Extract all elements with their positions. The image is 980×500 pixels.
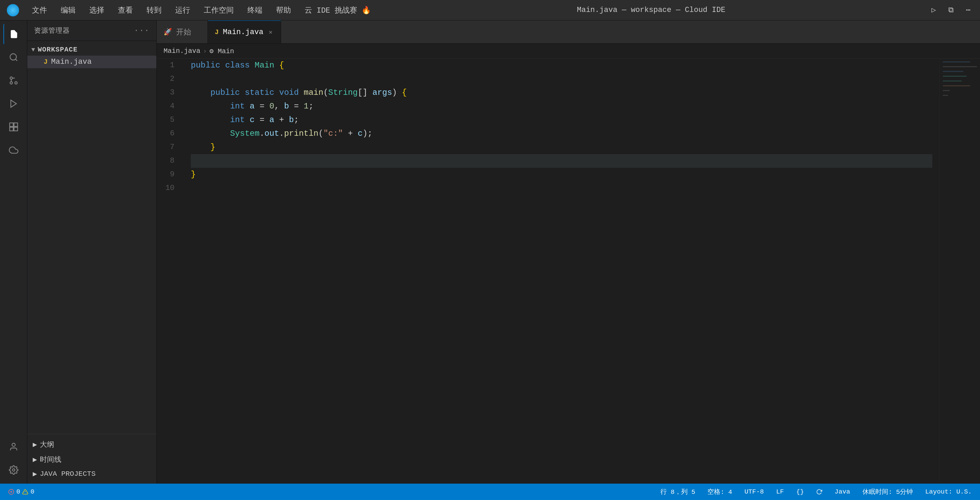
run-button[interactable]: ▷ — [929, 4, 939, 16]
split-editor-button[interactable]: ⧉ — [946, 5, 956, 16]
file-main-java[interactable]: J Main.java — [27, 56, 156, 68]
idle-time-item[interactable]: 休眠时间: 5分钟 — [860, 486, 916, 498]
window-title: Main.java — workspace — Cloud IDE — [577, 6, 725, 14]
language-item[interactable]: Java — [832, 487, 853, 497]
main-java-tab-label: Main.java — [223, 28, 263, 37]
activity-settings[interactable] — [3, 460, 24, 480]
idle-time: 休眠时间: 5分钟 — [862, 487, 913, 496]
svg-marker-7 — [11, 100, 16, 107]
chevron-down-icon: ▼ — [31, 46, 35, 53]
java-file-icon: J — [44, 58, 48, 66]
workspace-label: WORKSPACE — [38, 46, 78, 54]
svg-point-0 — [10, 54, 16, 61]
svg-point-12 — [12, 443, 15, 446]
menu-terminal[interactable]: 终端 — [245, 4, 265, 17]
title-bar-left: 文件 编辑 选择 查看 转到 运行 工作空间 终端 帮助 云 IDE 挑战赛 🔥 — [7, 4, 374, 17]
svg-rect-18 — [943, 80, 962, 81]
menu-help[interactable]: 帮助 — [273, 4, 294, 17]
svg-rect-11 — [14, 127, 18, 131]
sync-icon — [816, 489, 822, 495]
menu-goto[interactable]: 转到 — [144, 4, 164, 17]
code-line-7: } — [191, 141, 932, 154]
line-number-1: 1 — [157, 59, 177, 72]
encoding-item[interactable]: UTF-8 — [742, 487, 767, 497]
status-bar: 0 0 行 8，列 5 空格: 4 UTF-8 LF {} — [0, 484, 980, 500]
menu-edit[interactable]: 编辑 — [58, 4, 78, 17]
cursor-position-item[interactable]: 行 8，列 5 — [658, 486, 698, 498]
chevron-right-java-icon: ▶ — [33, 470, 37, 478]
activity-run-debug[interactable] — [3, 93, 24, 114]
breadcrumb-symbol[interactable]: ⚙ Main — [210, 47, 234, 55]
svg-point-4 — [10, 82, 12, 84]
code-line-6: System.out.println("c:" + c); — [191, 127, 932, 141]
main-layout: 资源管理器 ··· ▼ WORKSPACE J Main.java ▶ 大纲 ▶… — [0, 21, 980, 484]
sidebar-title: 资源管理器 — [34, 26, 70, 35]
warning-icon — [22, 489, 28, 495]
menu-challenge[interactable]: 云 IDE 挑战赛 🔥 — [302, 4, 374, 17]
menu-view[interactable]: 查看 — [115, 4, 135, 17]
line-number-2: 2 — [157, 72, 177, 86]
breadcrumb-separator: › — [203, 48, 207, 54]
code-line-2 — [191, 72, 932, 86]
line-number-3: 3 — [157, 86, 177, 100]
brackets-icon-item[interactable]: {} — [794, 487, 807, 497]
outline-label: 大纲 — [40, 439, 54, 449]
cursor-position: 行 8，列 5 — [660, 487, 695, 496]
activity-account[interactable] — [3, 436, 24, 457]
svg-rect-10 — [10, 127, 13, 131]
svg-rect-19 — [943, 85, 970, 86]
menu-select[interactable]: 选择 — [87, 4, 107, 17]
menu-run[interactable]: 运行 — [172, 4, 193, 17]
activity-bar-bottom — [3, 436, 24, 480]
tab-main-java[interactable]: J Main.java ✕ — [208, 21, 281, 43]
tab-bar: 🚀 开始 J Main.java ✕ — [157, 21, 980, 44]
tab-start[interactable]: 🚀 开始 — [157, 21, 208, 43]
menu-workspace[interactable]: 工作空间 — [201, 4, 237, 17]
sidebar: 资源管理器 ··· ▼ WORKSPACE J Main.java ▶ 大纲 ▶… — [27, 21, 157, 484]
svg-rect-8 — [10, 123, 13, 126]
sidebar-bottom: ▶ 大纲 ▶ 时间线 ▶ JAVA PROJECTS — [27, 434, 156, 484]
more-actions-button[interactable]: ⋯ — [963, 4, 973, 16]
svg-rect-16 — [943, 71, 963, 72]
line-numbers-gutter: 1 2 3 4 5 6 7 8 9 10 — [157, 59, 184, 484]
activity-extensions[interactable] — [3, 117, 24, 137]
error-count: 0 — [16, 488, 20, 495]
sync-icon-item[interactable] — [813, 487, 825, 496]
activity-explorer[interactable] — [3, 24, 24, 44]
indent-item[interactable]: 空格: 4 — [705, 486, 735, 498]
menu-bar: 文件 编辑 选择 查看 转到 运行 工作空间 终端 帮助 云 IDE 挑战赛 🔥 — [29, 4, 374, 17]
code-line-10 — [191, 181, 932, 195]
timeline-section[interactable]: ▶ 时间线 — [27, 452, 156, 467]
java-projects-section[interactable]: ▶ JAVA PROJECTS — [27, 467, 156, 481]
layout-item[interactable]: Layout: U.S. — [923, 487, 975, 497]
start-tab-label: 开始 — [176, 27, 191, 37]
workspace-tree-item[interactable]: ▼ WORKSPACE — [27, 44, 156, 56]
minimap — [939, 59, 980, 484]
svg-point-2 — [15, 82, 17, 84]
tab-close-button[interactable]: ✕ — [267, 28, 274, 37]
activity-source-control[interactable] — [3, 70, 24, 91]
status-bar-right: 行 8，列 5 空格: 4 UTF-8 LF {} Java 休眠时间: 5分钟… — [658, 486, 975, 498]
breadcrumb-file[interactable]: Main.java — [164, 47, 200, 55]
svg-rect-17 — [943, 76, 967, 77]
line-ending-item[interactable]: LF — [773, 487, 787, 497]
language: Java — [835, 488, 850, 495]
code-editor[interactable]: 1 2 3 4 5 6 7 8 9 10 public class Main — [157, 59, 980, 484]
title-bar: 文件 编辑 选择 查看 转到 运行 工作空间 终端 帮助 云 IDE 挑战赛 🔥… — [0, 0, 980, 21]
encoding: UTF-8 — [745, 488, 764, 495]
start-tab-icon: 🚀 — [164, 28, 172, 36]
activity-search[interactable] — [3, 47, 24, 67]
error-count-item[interactable]: 0 0 — [5, 487, 37, 497]
warning-count: 0 — [30, 488, 34, 495]
code-line-5: int c = a + b; — [191, 113, 932, 127]
code-line-4: int a = 0, b = 1; — [191, 100, 932, 113]
sidebar-content: ▼ WORKSPACE J Main.java — [27, 41, 156, 434]
svg-rect-14 — [943, 61, 970, 62]
outline-section[interactable]: ▶ 大纲 — [27, 437, 156, 452]
java-projects-label: JAVA PROJECTS — [40, 470, 96, 478]
sidebar-more-icon[interactable]: ··· — [134, 26, 150, 35]
java-tab-icon: J — [215, 28, 219, 36]
menu-file[interactable]: 文件 — [29, 4, 50, 17]
activity-cloud[interactable] — [3, 140, 24, 160]
code-content[interactable]: public class Main { public static void m… — [184, 59, 939, 484]
